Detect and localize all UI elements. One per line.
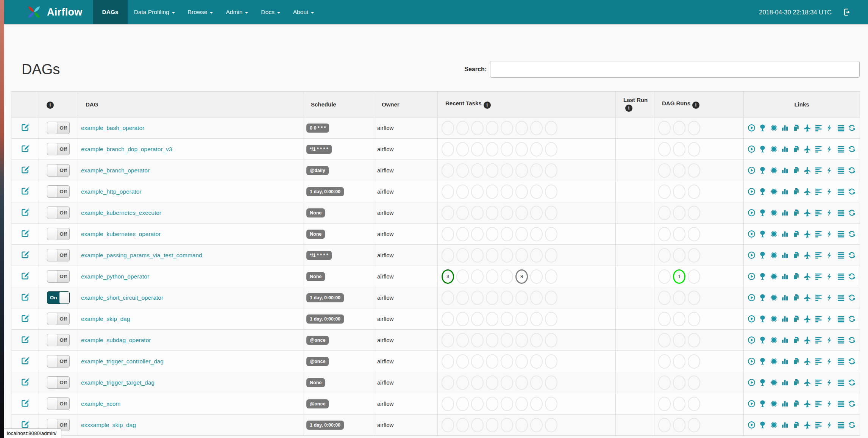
column-header-last-run[interactable]: Last Runi: [616, 92, 654, 117]
landing-times-icon[interactable]: [803, 209, 811, 217]
task-state-circle[interactable]: [486, 121, 498, 135]
dag-run-state-circle[interactable]: [658, 185, 671, 199]
dag-run-state-circle[interactable]: [688, 291, 700, 305]
task-state-circle[interactable]: [486, 248, 498, 263]
dag-name-link[interactable]: example_http_operator: [81, 188, 141, 195]
dag-name-link[interactable]: example_short_circuit_operator: [81, 294, 163, 301]
gantt-view-icon[interactable]: [815, 272, 823, 280]
edit-dag-icon[interactable]: [21, 314, 30, 322]
task-state-circle[interactable]: [456, 163, 469, 178]
dag-pause-toggle[interactable]: Off: [47, 249, 70, 261]
dag-run-state-circle[interactable]: [688, 269, 700, 284]
task-state-circle[interactable]: 8: [515, 269, 528, 284]
task-state-circle[interactable]: [515, 227, 528, 241]
landing-times-icon[interactable]: [803, 166, 811, 174]
graph-view-icon[interactable]: [770, 166, 778, 174]
task-state-circle[interactable]: [486, 397, 498, 411]
task-state-circle[interactable]: [486, 418, 498, 432]
graph-view-icon[interactable]: [770, 230, 778, 238]
task-state-circle[interactable]: [545, 333, 557, 347]
task-tries-icon[interactable]: [792, 421, 800, 429]
logs-icon[interactable]: [837, 145, 845, 153]
task-state-circle[interactable]: [442, 397, 454, 411]
task-state-circle[interactable]: [442, 248, 454, 263]
edit-dag-icon[interactable]: [21, 293, 30, 301]
dag-name-link[interactable]: example_trigger_controller_dag: [81, 358, 164, 364]
dag-run-state-circle[interactable]: [673, 185, 685, 199]
task-state-circle[interactable]: [530, 206, 543, 220]
task-state-circle[interactable]: [545, 354, 557, 369]
schedule-badge[interactable]: None: [306, 378, 325, 387]
dag-run-state-circle[interactable]: [673, 227, 685, 241]
task-state-circle[interactable]: [515, 163, 528, 178]
task-state-circle[interactable]: [456, 333, 469, 347]
tree-view-icon[interactable]: [759, 272, 767, 280]
schedule-badge[interactable]: @daily: [306, 166, 329, 175]
task-state-circle[interactable]: [456, 375, 469, 390]
task-state-circle[interactable]: [501, 185, 513, 199]
dag-run-state-circle[interactable]: [688, 142, 700, 156]
task-state-circle[interactable]: [530, 312, 543, 326]
task-state-circle[interactable]: [530, 269, 543, 284]
task-state-circle[interactable]: [545, 185, 557, 199]
task-state-circle[interactable]: [501, 397, 513, 411]
graph-view-icon[interactable]: [770, 315, 778, 323]
refresh-icon[interactable]: [848, 357, 856, 365]
task-state-circle[interactable]: [442, 163, 454, 178]
graph-view-icon[interactable]: [770, 251, 778, 259]
trigger-dag-icon[interactable]: [748, 272, 756, 280]
dag-run-state-circle[interactable]: [658, 291, 671, 305]
task-tries-icon[interactable]: [792, 166, 800, 174]
landing-times-icon[interactable]: [803, 188, 811, 196]
task-state-circle[interactable]: [486, 206, 498, 220]
schedule-badge[interactable]: @once: [306, 399, 329, 408]
dag-pause-toggle[interactable]: On: [47, 291, 70, 304]
task-duration-icon[interactable]: [781, 379, 789, 386]
task-state-circle[interactable]: [501, 312, 513, 326]
landing-times-icon[interactable]: [803, 400, 811, 408]
task-state-circle[interactable]: [515, 418, 528, 432]
task-tries-icon[interactable]: [792, 145, 800, 153]
landing-times-icon[interactable]: [803, 124, 811, 132]
dag-name-link[interactable]: example_bash_operator: [81, 125, 144, 131]
dag-run-state-circle[interactable]: [658, 397, 671, 411]
dag-name-link[interactable]: example_kubernetes_executor: [81, 210, 161, 216]
dag-pause-toggle[interactable]: Off: [47, 270, 70, 283]
tree-view-icon[interactable]: [759, 166, 767, 174]
tree-view-icon[interactable]: [759, 124, 767, 132]
trigger-dag-icon[interactable]: [748, 357, 756, 365]
graph-view-icon[interactable]: [770, 145, 778, 153]
task-state-circle[interactable]: [501, 375, 513, 390]
dag-run-state-circle[interactable]: [673, 142, 685, 156]
schedule-badge[interactable]: @once: [306, 336, 329, 345]
dag-name-link[interactable]: example_branch_dop_operator_v3: [81, 146, 172, 152]
task-state-circle[interactable]: [456, 291, 469, 305]
task-state-circle[interactable]: [486, 354, 498, 369]
dag-run-state-circle[interactable]: [673, 163, 685, 178]
dag-run-state-circle[interactable]: [688, 248, 700, 263]
task-state-circle[interactable]: [545, 269, 557, 284]
code-view-icon[interactable]: [826, 315, 834, 323]
task-state-circle[interactable]: [471, 333, 484, 347]
refresh-icon[interactable]: [848, 188, 856, 196]
dag-name-link[interactable]: example_skip_dag: [81, 316, 130, 322]
schedule-badge[interactable]: */1 * * * *: [306, 145, 332, 154]
column-header-dag-runs[interactable]: DAG Runsi: [654, 92, 744, 117]
dag-run-state-circle[interactable]: [688, 163, 700, 178]
logs-icon[interactable]: [837, 209, 845, 217]
logs-icon[interactable]: [837, 379, 845, 386]
task-state-circle[interactable]: [545, 248, 557, 263]
task-state-circle[interactable]: [501, 269, 513, 284]
task-state-circle[interactable]: [530, 163, 543, 178]
gantt-view-icon[interactable]: [815, 336, 823, 344]
refresh-icon[interactable]: [848, 294, 856, 302]
dag-run-state-circle[interactable]: [688, 312, 700, 326]
task-state-circle[interactable]: [545, 291, 557, 305]
dag-run-state-circle[interactable]: [673, 354, 685, 369]
dag-run-state-circle[interactable]: [688, 333, 700, 347]
task-state-circle[interactable]: [442, 418, 454, 432]
edit-dag-icon[interactable]: [21, 123, 30, 131]
task-state-circle[interactable]: [486, 142, 498, 156]
task-duration-icon[interactable]: [781, 124, 789, 132]
code-view-icon[interactable]: [826, 272, 834, 280]
